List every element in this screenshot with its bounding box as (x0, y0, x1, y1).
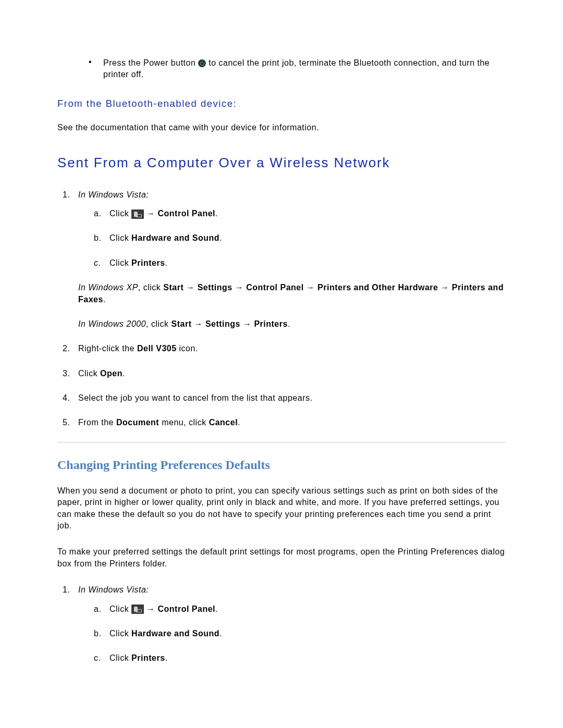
section-divider (57, 442, 506, 442)
vista-label: In Windows Vista: (78, 585, 149, 594)
power-icon (198, 59, 206, 67)
text-span: Click (78, 369, 100, 378)
bold-text: Hardware and Sound (131, 629, 219, 638)
text-span: Click (109, 209, 131, 218)
list-item: Click Open. (78, 368, 506, 379)
arrow-icon: → (144, 209, 157, 218)
period: . (165, 653, 168, 662)
text-span: From the (78, 418, 116, 427)
period: . (165, 258, 168, 267)
text-span: menu, click (159, 418, 209, 427)
bold-text: Start (163, 283, 183, 292)
list-item: From the Document menu, click Cancel. (78, 417, 506, 428)
bold-text: Document (116, 418, 159, 427)
arrow-icon: → (144, 604, 157, 613)
period: . (219, 233, 222, 242)
list-item: Click Printers. (109, 652, 506, 664)
list-item: Click Hardware and Sound. (109, 628, 506, 639)
xp-label: In Windows XP (78, 283, 138, 292)
numbered-list-1: In Windows Vista: Click → Control Panel.… (57, 189, 506, 429)
period: . (123, 369, 125, 378)
bold-text: Printers (254, 319, 287, 328)
text-span: Click (109, 604, 131, 613)
list-item: Click Hardware and Sound. (109, 232, 506, 244)
period: . (103, 295, 106, 304)
text-span: icon. (177, 344, 198, 353)
bold-text: Printers (131, 258, 165, 267)
text-span: Click (109, 629, 131, 638)
text-span: , click (138, 283, 163, 292)
bold-text: Printers and Other Hardware (317, 283, 438, 292)
arrow-icon: → (232, 283, 246, 292)
bold-text: Start (172, 319, 192, 328)
text-span: Press the Power button (103, 58, 198, 67)
arrow-icon: → (304, 283, 317, 292)
period: . (219, 629, 222, 638)
paragraph: When you send a document or photo to pri… (57, 485, 506, 532)
bold-text: Settings (205, 319, 240, 328)
heading-wireless-network: Sent From a Computer Over a Wireless Net… (57, 155, 506, 171)
start-menu-icon (131, 604, 144, 614)
arrow-icon: → (438, 283, 451, 292)
heading-changing-preferences: Changing Printing Preferences Defaults (57, 458, 506, 472)
bold-text: Dell V305 (137, 344, 177, 353)
bullet-marker: • (89, 57, 103, 80)
text-span: Click (109, 653, 131, 662)
w2k-line: In Windows 2000, click Start → Settings … (78, 318, 506, 330)
period: . (288, 319, 290, 328)
paragraph: See the documentation that came with you… (57, 122, 506, 133)
text-span: Click (109, 233, 131, 242)
heading-bluetooth-device: From the Bluetooth-enabled device: (57, 98, 506, 109)
list-item: In Windows Vista: Click → Control Panel.… (78, 584, 506, 664)
start-menu-icon (131, 209, 144, 219)
text-span: Right-click the (78, 344, 137, 353)
alpha-list: Click → Control Panel. Click Hardware an… (78, 201, 506, 269)
alpha-list: Click → Control Panel. Click Hardware an… (78, 596, 506, 664)
arrow-icon: → (192, 319, 205, 328)
bold-text: Printers (131, 653, 165, 662)
text-span: , click (146, 319, 171, 328)
xp-line: In Windows XP, click Start → Settings → … (78, 282, 506, 305)
text-span: Click (109, 258, 131, 267)
arrow-icon: → (240, 319, 254, 328)
document-page: • Press the Power button to cancel the p… (0, 0, 563, 728)
top-bullet-item: • Press the Power button to cancel the p… (89, 57, 506, 80)
period: . (238, 418, 240, 427)
list-item: Click → Control Panel. (109, 603, 506, 615)
period: . (215, 209, 218, 218)
vista-label: In Windows Vista: (78, 190, 149, 199)
bold-text: Settings (198, 283, 232, 292)
w2k-label: In Windows 2000 (78, 319, 146, 328)
bold-text: Open (100, 369, 123, 378)
numbered-list-2: In Windows Vista: Click → Control Panel.… (57, 584, 506, 664)
arrow-icon: → (183, 283, 197, 292)
bold-text: Hardware and Sound (131, 233, 219, 242)
bold-text: Control Panel (158, 209, 216, 218)
bold-text: Cancel (209, 418, 238, 427)
paragraph: To make your preferred settings the defa… (57, 546, 506, 570)
period: . (215, 604, 218, 613)
bold-text: Control Panel (158, 604, 216, 613)
list-item: Select the job you want to cancel from t… (78, 392, 506, 404)
bold-text: Control Panel (246, 283, 304, 292)
list-item: Right-click the Dell V305 icon. (78, 343, 506, 354)
list-item: Click Printers. (109, 257, 506, 269)
list-item: In Windows Vista: Click → Control Panel.… (78, 189, 506, 330)
list-item: Click → Control Panel. (109, 208, 506, 219)
bullet-text: Press the Power button to cancel the pri… (103, 57, 506, 80)
